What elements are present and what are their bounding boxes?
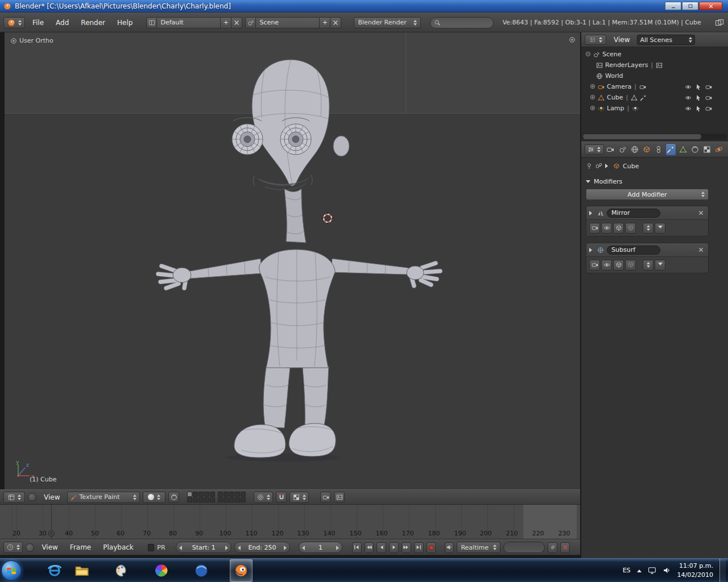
mode-dropdown[interactable]: Texture Paint [67,492,140,503]
move-modifier-up-button[interactable] [643,260,653,271]
editor-type-button[interactable] [3,542,23,553]
volume-icon[interactable] [663,566,671,575]
character-model[interactable] [154,49,449,464]
taskbar-ie-button[interactable] [43,559,66,582]
selectability-cursor-icon[interactable] [695,105,702,112]
render-opengl-anim-button[interactable] [334,492,345,502]
taskbar-paint-button[interactable] [110,559,133,582]
frame-end-field[interactable]: End: 250 [234,542,290,553]
play-reverse-button[interactable] [377,542,386,553]
renderability-camera-icon[interactable] [705,84,712,90]
viewport-3d[interactable]: User Ortho [5,32,580,489]
panel-collapse-icon[interactable] [586,180,590,185]
add-modifier-dropdown[interactable]: Add Modifier [586,189,709,200]
language-indicator[interactable]: ES [623,567,631,574]
delete-layout-button[interactable] [231,17,242,28]
taskbar-messenger-button[interactable] [190,559,213,582]
menu-render[interactable]: Render [76,19,110,27]
menu-view3d-view[interactable]: View [39,493,64,501]
add-scene-button[interactable]: + [320,17,330,28]
outliner-row-renderlayers[interactable]: RenderLayers | [581,60,728,70]
move-modifier-up-button[interactable] [643,223,653,234]
insert-keyframe-button[interactable] [548,542,557,553]
menu-outliner-view[interactable]: View [609,36,634,44]
render-engine-dropdown[interactable]: Blender Render [354,17,421,28]
tab-modifiers[interactable] [665,143,676,156]
editor-type-button[interactable] [585,35,606,45]
move-modifier-down-button[interactable] [655,223,665,234]
visibility-eye-icon[interactable] [685,94,692,101]
add-layout-button[interactable]: + [221,17,231,28]
window-duplicate-icon[interactable] [714,19,725,27]
timeline-ruler[interactable]: 20 30 40 50 60 70 80 90 100 110 120 130 … [0,505,580,539]
menu-add[interactable]: Add [51,19,73,27]
jump-to-start-button[interactable] [352,542,362,553]
expand-icon[interactable] [589,211,594,215]
record-button[interactable] [427,542,436,553]
selectability-cursor-icon[interactable] [695,84,702,90]
selectability-cursor-icon[interactable] [695,94,702,101]
tab-scene[interactable] [617,143,628,156]
viewport-shading-dropdown[interactable] [143,492,166,503]
collapse-menus-button[interactable] [28,493,36,501]
show-editmode-toggle[interactable] [613,223,624,234]
snap-element-dropdown[interactable] [289,492,309,503]
outliner-row-camera[interactable]: Camera | [581,81,728,92]
next-keyframe-button[interactable] [402,542,411,553]
modifier-header[interactable]: Mirror [586,206,708,220]
previous-keyframe-button[interactable] [365,542,374,553]
screen-layout-icon[interactable] [146,17,157,28]
scene-icon[interactable] [245,17,256,28]
outliner-row-scene[interactable]: Scene [581,49,728,60]
outliner-filter-dropdown[interactable]: All Scenes [637,35,695,45]
renderability-camera-icon[interactable] [705,105,712,112]
tab-texture[interactable] [702,143,713,156]
taskbar-clock[interactable]: 11:07 p.m. 14/02/2010 [677,562,713,579]
menu-file[interactable]: File [28,19,48,27]
frame-start-field[interactable]: Start: 1 [176,542,231,553]
modifiers-panel-header[interactable]: Modifiers [581,174,728,188]
jump-to-end-button[interactable] [414,542,424,553]
network-monitor-icon[interactable] [648,566,656,575]
maximize-button[interactable] [682,2,698,10]
show-desktop-button[interactable] [719,559,726,582]
proportional-edit-dropdown[interactable] [254,492,273,503]
expand-icon[interactable] [589,94,595,101]
modifier-name-field[interactable]: Subsurf [607,246,660,255]
delete-keyframe-button[interactable] [560,542,570,553]
tab-world[interactable] [629,143,640,156]
renderability-camera-icon[interactable] [705,94,712,101]
remove-modifier-button[interactable] [696,246,705,255]
modifier-name-field[interactable]: Mirror [607,209,660,218]
visibility-eye-icon[interactable] [685,105,692,112]
expand-icon[interactable] [589,84,595,90]
pin-icon[interactable] [586,163,593,169]
show-hidden-icons-button[interactable] [637,567,642,572]
collapse-menus-button[interactable] [26,543,34,552]
outliner-scrollbar[interactable] [582,134,727,140]
menu-timeline-playback[interactable]: Playback [98,543,138,551]
tab-constraints[interactable] [653,143,664,156]
editor-type-button[interactable] [3,17,25,28]
scrollbar-thumb[interactable] [583,134,701,139]
show-cage-toggle[interactable] [625,223,636,234]
tab-render[interactable] [605,143,616,156]
snap-toggle-button[interactable] [276,492,287,502]
layer-buttons-group-2[interactable] [218,492,246,502]
menu-timeline-frame[interactable]: Frame [65,543,96,551]
layer-buttons-group-1[interactable] [187,492,215,502]
taskbar-media-button[interactable] [150,559,173,582]
delete-scene-button[interactable] [330,17,341,28]
render-opengl-button[interactable] [320,492,331,502]
show-cage-toggle[interactable] [625,260,636,271]
move-modifier-down-button[interactable] [655,260,665,271]
show-render-toggle[interactable] [589,223,600,234]
collapse-icon[interactable] [585,51,591,58]
taskbar-explorer-button[interactable] [71,559,93,582]
search-box[interactable] [430,17,494,28]
editor-type-button[interactable] [3,492,25,503]
menu-timeline-view[interactable]: View [37,543,62,551]
scene-name[interactable]: Scene [256,17,320,28]
taskbar-blender-button[interactable] [230,559,253,582]
render-toggle-icon[interactable] [656,62,663,69]
